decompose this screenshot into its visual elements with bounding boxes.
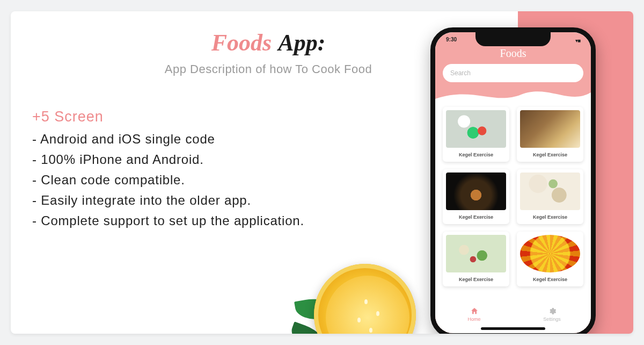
nav-settings[interactable]: Settings <box>513 303 591 326</box>
feature-list: +5 Screen - Android and iOS single code … <box>32 109 365 228</box>
phone-mockup: 9:30 ▾■ Foods Search Kegel Exercise <box>430 27 596 334</box>
subtitle: App Description of how To Cook Food <box>123 62 413 76</box>
status-time: 9:30 <box>446 37 457 42</box>
home-indicator <box>481 327 545 330</box>
food-card[interactable]: Kegel Exercise <box>443 169 509 224</box>
food-card[interactable]: Kegel Exercise <box>517 169 583 224</box>
feature-item: - Android and iOS single code <box>32 132 365 147</box>
card-grid: Kegel Exercise Kegel Exercise Kegel Exer… <box>435 88 591 286</box>
food-card[interactable]: Kegel Exercise <box>517 107 583 162</box>
gear-icon <box>548 307 557 315</box>
food-thumb <box>446 235 506 272</box>
food-card[interactable]: Kegel Exercise <box>517 232 583 286</box>
food-card-label: Kegel Exercise <box>446 214 506 220</box>
food-card[interactable]: Kegel Exercise <box>443 107 509 162</box>
left-column: Foods App: App Description of how To Coo… <box>32 31 365 234</box>
title-foods: Foods <box>211 30 272 56</box>
nav-home[interactable]: Home <box>435 303 513 326</box>
wave-divider <box>435 87 591 104</box>
food-card-label: Kegel Exercise <box>446 277 506 282</box>
food-thumb <box>520 172 580 210</box>
food-card-label: Kegel Exercise <box>520 214 580 220</box>
content-area: Kegel Exercise Kegel Exercise Kegel Exer… <box>435 88 591 334</box>
decorative-fruit <box>314 264 421 334</box>
home-icon <box>470 307 479 315</box>
food-thumb <box>520 235 580 272</box>
nav-settings-label: Settings <box>543 317 561 322</box>
promo-card: Foods App: App Description of how To Coo… <box>11 11 633 334</box>
phone-notch <box>475 32 551 46</box>
feature-item: - 100% iPhone and Android. <box>32 152 365 167</box>
signal-battery-icon: ▾■ <box>575 38 580 44</box>
feature-headline: +5 Screen <box>32 109 365 125</box>
search-placeholder: Search <box>450 69 471 77</box>
food-card-label: Kegel Exercise <box>520 277 580 282</box>
feature-item: - Easily integrate into the older app. <box>32 193 365 208</box>
phone-screen: 9:30 ▾■ Foods Search Kegel Exercise <box>435 32 591 333</box>
food-thumb <box>446 110 506 148</box>
food-card[interactable]: Kegel Exercise <box>443 232 509 286</box>
food-card-label: Kegel Exercise <box>520 152 580 157</box>
nav-home-label: Home <box>467 317 480 322</box>
page-title: Foods App: <box>123 31 413 55</box>
food-thumb <box>446 172 506 210</box>
feature-item: - Clean code compatible. <box>32 172 365 188</box>
food-card-label: Kegel Exercise <box>446 152 506 157</box>
title-app: App: <box>278 30 325 56</box>
feature-item: - Complete support to set up the applica… <box>32 213 365 228</box>
search-input[interactable]: Search <box>443 64 583 82</box>
bottom-nav: Home Settings <box>435 303 591 326</box>
food-thumb <box>520 110 580 148</box>
